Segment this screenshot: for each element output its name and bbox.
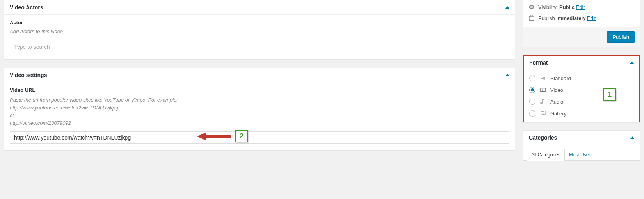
format-radio-video[interactable] <box>529 87 535 93</box>
format-radio-audio[interactable] <box>529 99 535 105</box>
format-option-video[interactable]: Video <box>524 84 639 96</box>
format-option-standard[interactable]: Standard <box>524 72 639 84</box>
actor-search-input[interactable] <box>10 41 509 53</box>
format-panel: Format Standard Video Audio <box>523 55 640 122</box>
visibility-edit-link[interactable]: Edit <box>576 4 585 10</box>
collapse-toggle[interactable] <box>630 61 634 64</box>
visibility-row: Visibility: Public Edit <box>528 4 635 11</box>
collapse-toggle[interactable] <box>505 6 509 9</box>
annotation-arrow <box>197 130 232 143</box>
video-settings-title: Video settings <box>10 72 47 78</box>
svg-marker-1 <box>197 133 206 140</box>
audio-icon <box>539 98 546 105</box>
collapse-toggle[interactable] <box>630 136 634 139</box>
video-icon <box>539 86 546 93</box>
eye-icon <box>528 4 535 11</box>
gallery-icon <box>539 110 546 117</box>
categories-tab-all[interactable]: All Categories <box>527 149 565 161</box>
collapse-toggle[interactable] <box>505 74 509 76</box>
schedule-edit-link[interactable]: Edit <box>587 15 596 21</box>
categories-title: Categories <box>529 134 557 141</box>
video-actors-title: Video Actors <box>10 4 43 11</box>
video-url-help: Paste the url from popular video sites l… <box>10 96 509 127</box>
annotation-badge-2: 2 <box>235 130 248 142</box>
format-radio-standard[interactable] <box>529 75 535 81</box>
video-url-input[interactable] <box>10 131 509 144</box>
calendar-icon <box>528 14 535 22</box>
schedule-row: Publish immediately Edit <box>528 14 635 22</box>
categories-panel: Categories All Categories Most Used <box>523 130 640 161</box>
publish-box: Visibility: Public Edit Publish immediat… <box>523 0 640 47</box>
video-actors-panel: Video Actors Actor Add Actors to this vi… <box>4 0 515 60</box>
format-option-gallery[interactable]: Gallery <box>524 108 639 119</box>
publish-button[interactable]: Publish <box>607 31 635 43</box>
video-settings-panel: Video settings Video URL Paste the url f… <box>4 68 515 151</box>
format-title: Format <box>529 59 548 66</box>
actor-field-label: Actor <box>10 20 509 25</box>
format-radio-gallery[interactable] <box>529 110 535 117</box>
annotation-badge-1: 1 <box>603 88 616 101</box>
actor-field-desc: Add Actors to this video <box>10 29 509 34</box>
categories-tab-mostused[interactable]: Most Used <box>565 149 596 161</box>
video-url-label: Video URL <box>10 87 509 93</box>
pin-icon <box>539 75 546 82</box>
format-option-audio[interactable]: Audio <box>524 96 639 108</box>
